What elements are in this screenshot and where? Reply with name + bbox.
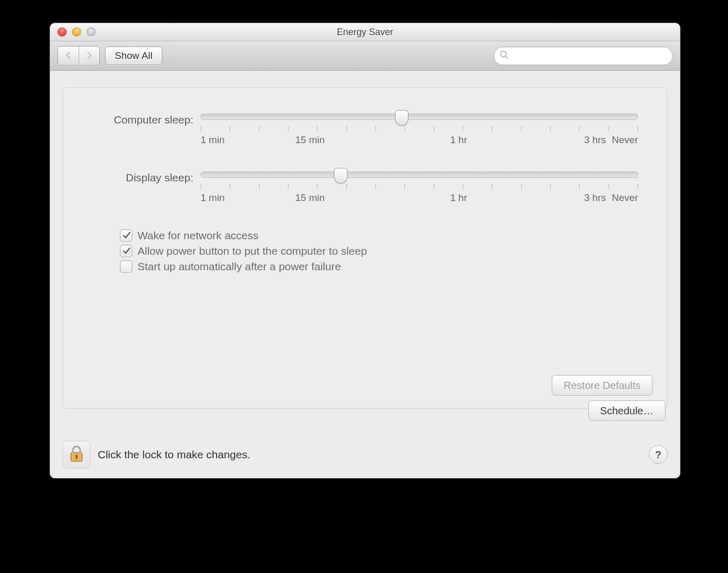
toolbar: Show All bbox=[50, 41, 680, 71]
chevron-right-icon bbox=[86, 51, 93, 61]
auto-start-after-failure-checkbox[interactable] bbox=[120, 260, 132, 273]
wake-for-network-checkbox[interactable] bbox=[120, 229, 132, 242]
zoom-window-button[interactable] bbox=[86, 27, 96, 37]
lock-button[interactable] bbox=[63, 441, 90, 469]
window-title: Energy Saver bbox=[337, 27, 393, 38]
back-button[interactable] bbox=[58, 47, 79, 65]
power-button-sleep-checkbox[interactable] bbox=[120, 245, 132, 257]
forward-button[interactable] bbox=[79, 47, 99, 65]
lock-hint-text: Click the lock to make changes. bbox=[98, 448, 250, 461]
power-button-sleep-label: Allow power button to put the computer t… bbox=[138, 245, 367, 257]
search-icon bbox=[499, 50, 509, 62]
slider-tick-labels: 1 min 15 min 1 hr 3 hrs Never bbox=[201, 134, 638, 147]
show-all-button[interactable]: Show All bbox=[105, 47, 162, 65]
help-button[interactable]: ? bbox=[649, 445, 668, 464]
svg-rect-5 bbox=[76, 457, 78, 459]
computer-sleep-label: Computer sleep: bbox=[92, 114, 201, 126]
svg-line-1 bbox=[506, 56, 508, 58]
window-titlebar: Energy Saver bbox=[50, 23, 680, 41]
slider-ticks bbox=[201, 126, 638, 131]
wake-for-network-label: Wake for network access bbox=[138, 229, 259, 242]
slider-ticks bbox=[201, 184, 638, 189]
restore-defaults-button[interactable]: Restore Defaults bbox=[552, 375, 653, 396]
lock-icon bbox=[69, 444, 84, 466]
nav-segmented bbox=[57, 46, 100, 66]
settings-panel: Computer sleep: 1 min 15 min 1 hr 3 hr bbox=[63, 87, 668, 409]
display-sleep-thumb[interactable] bbox=[334, 168, 347, 183]
chevron-left-icon bbox=[65, 51, 72, 61]
computer-sleep-slider[interactable] bbox=[201, 114, 638, 120]
close-window-button[interactable] bbox=[57, 27, 67, 37]
search-input[interactable] bbox=[512, 47, 667, 65]
slider-tick-labels: 1 min 15 min 1 hr 3 hrs Never bbox=[201, 192, 638, 205]
auto-start-after-failure-label: Start up automatically after a power fai… bbox=[138, 260, 341, 273]
display-sleep-slider[interactable] bbox=[201, 172, 638, 178]
search-field[interactable] bbox=[494, 47, 673, 65]
minimize-window-button[interactable] bbox=[72, 27, 81, 37]
schedule-button[interactable]: Schedule… bbox=[588, 400, 665, 421]
computer-sleep-thumb[interactable] bbox=[395, 110, 408, 126]
display-sleep-label: Display sleep: bbox=[92, 172, 201, 184]
